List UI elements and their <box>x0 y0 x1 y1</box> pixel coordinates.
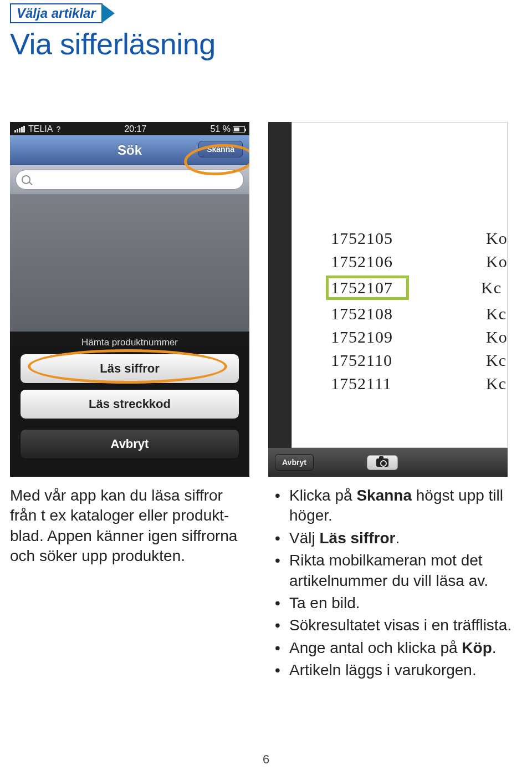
table-row: 1752110 Kc <box>331 351 508 370</box>
cancel-button[interactable]: Avbryt <box>20 429 239 459</box>
list-item: Ange antal och klicka på Köp. <box>270 638 514 658</box>
phone-screenshot-camera: 1752105 Ko 1752106 Ko 1752107 Kc 1752108… <box>268 122 508 477</box>
status-time: 20:17 <box>124 124 146 134</box>
list-item: Ta en bild. <box>270 593 514 613</box>
item-ko: Kc <box>486 351 507 370</box>
chevron-right-icon <box>101 3 115 23</box>
table-row: 1752105 Ko <box>331 229 508 248</box>
phone-screenshot-search: TELIA ? 20:17 51 % Sök Skanna Hämta prod… <box>10 122 249 477</box>
item-number-selected: 1752107 <box>326 276 409 300</box>
item-number: 1752106 <box>331 252 414 271</box>
table-row: 1752106 Ko <box>331 252 508 271</box>
carrier-label: TELIA <box>28 124 53 134</box>
item-number: 1752111 <box>331 374 414 393</box>
screenshots-row: TELIA ? 20:17 51 % Sök Skanna Hämta prod… <box>10 122 508 477</box>
action-sheet: Hämta produktnummer Läs siffror Läs stre… <box>10 332 249 477</box>
section-tag: Välja artiklar <box>10 3 103 23</box>
take-photo-button[interactable] <box>367 455 398 470</box>
page-heading: Via sifferläsning <box>10 27 216 61</box>
item-ko: Kc <box>481 278 502 297</box>
item-ko: Ko <box>486 328 508 346</box>
camera-bottom-bar: Avbryt <box>268 448 508 477</box>
scan-button[interactable]: Skanna <box>198 141 243 157</box>
item-ko: Ko <box>486 252 508 271</box>
paper-capture: 1752105 Ko 1752106 Ko 1752107 Kc 1752108… <box>291 122 508 448</box>
table-row-highlighted: 1752107 Kc <box>331 276 508 300</box>
table-row: 1752109 Ko <box>331 328 508 346</box>
search-input[interactable] <box>16 170 244 190</box>
intro-line-1: Med vår app kan du läsa siffror från t e… <box>10 487 224 524</box>
signal-icon <box>14 126 25 132</box>
battery-icon <box>233 126 245 132</box>
battery-percent: 51 % <box>211 124 231 134</box>
cancel-button-small[interactable]: Avbryt <box>275 454 314 471</box>
intro-line-2: blad. Appen känner igen siffrorna och sö… <box>10 527 237 564</box>
item-number: 1752109 <box>331 328 414 346</box>
navbar-title: Sök <box>117 142 142 158</box>
search-bar <box>10 165 249 195</box>
item-number: 1752110 <box>331 351 414 370</box>
section-tag-label: Välja artiklar <box>17 6 96 21</box>
action-sheet-title: Hämta produktnummer <box>20 337 239 348</box>
page-number: 6 <box>0 752 532 767</box>
phone-body-background <box>10 195 249 346</box>
item-ko: Kc <box>486 304 507 323</box>
camera-icon <box>376 458 388 467</box>
wifi-icon: ? <box>56 125 60 134</box>
list-item: Välj Läs siffror. <box>270 528 514 548</box>
item-number: 1752105 <box>331 229 414 248</box>
list-item: Rikta mobilkameran mot det artikelnummer… <box>270 550 514 591</box>
read-barcode-button[interactable]: Läs streckkod <box>20 389 239 419</box>
list-item: Artikeln läggs i varukorgen. <box>270 660 514 680</box>
navigation-bar: Sök Skanna <box>10 135 249 165</box>
number-rows: 1752105 Ko 1752106 Ko 1752107 Kc 1752108… <box>331 229 508 393</box>
read-digits-button[interactable]: Läs siffror <box>20 354 239 384</box>
item-ko: Ko <box>486 229 508 248</box>
table-row: 1752111 Kc <box>331 374 508 393</box>
table-row: 1752108 Kc <box>331 304 508 323</box>
status-bar: TELIA ? 20:17 51 % <box>10 122 249 135</box>
list-item: Klicka på Skanna högst upp till höger. <box>270 486 514 526</box>
search-icon <box>22 175 30 184</box>
list-item: Sökresultatet visas i en träfflista. <box>270 615 514 635</box>
item-number: 1752108 <box>331 304 414 323</box>
item-ko: Kc <box>486 374 507 393</box>
instruction-list: Klicka på Skanna högst upp till höger. V… <box>270 486 514 683</box>
intro-paragraph: Med vår app kan du läsa siffror från t e… <box>10 486 249 567</box>
